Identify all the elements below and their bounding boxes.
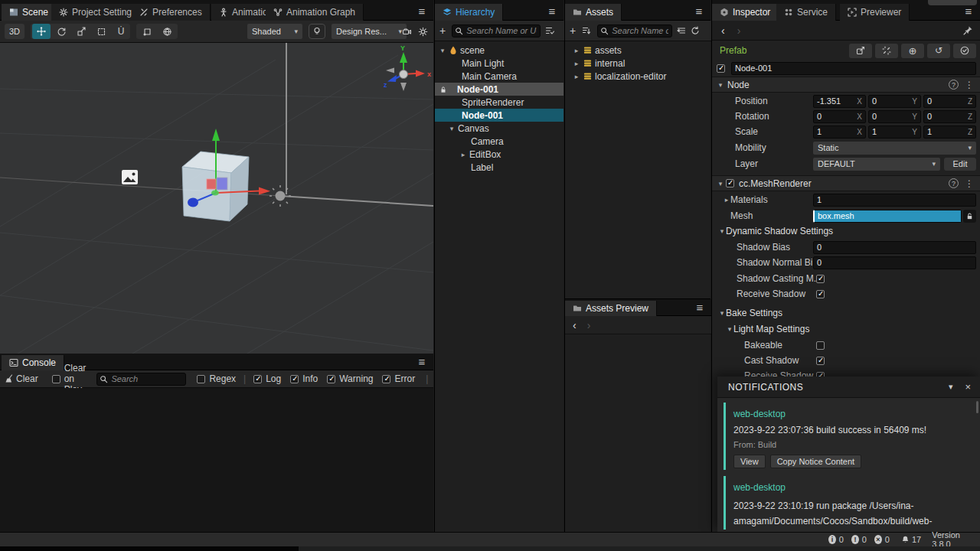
prefab-revert-button[interactable]: ↺ <box>927 44 950 58</box>
error-checkbox[interactable] <box>382 375 390 383</box>
rotate-tool-button[interactable] <box>52 24 70 39</box>
hierarchy-search-input[interactable] <box>452 24 541 37</box>
regex-checkbox[interactable] <box>197 375 205 383</box>
rotation-y-field[interactable]: 0Y <box>868 110 921 123</box>
materials-count-field[interactable]: 1 <box>813 194 976 207</box>
mobility-dropdown[interactable]: Static▾ <box>813 142 976 155</box>
node-active-checkbox[interactable] <box>717 64 725 73</box>
bell-icon[interactable] <box>902 535 909 544</box>
node-name-field[interactable]: Node-001 <box>731 62 976 75</box>
shadow-bias-field[interactable]: 0 <box>813 241 976 254</box>
tree-item-canvas[interactable]: ▾ Canvas <box>435 122 564 135</box>
preview-back-button[interactable]: ‹ <box>573 319 577 331</box>
cast-shadow-checkbox[interactable] <box>816 357 825 365</box>
sprite-gizmo-icon[interactable] <box>122 170 138 184</box>
create-node-button[interactable]: + <box>439 24 446 37</box>
tab-service[interactable]: Service <box>776 4 836 21</box>
pin-icon[interactable] <box>963 25 973 35</box>
tab-hierarchy[interactable]: Hierarchy <box>435 4 503 21</box>
meshrenderer-section-header[interactable]: ▾ cc.MeshRenderer ? ⋮ <box>712 175 980 191</box>
inspector-back-button[interactable]: ‹ <box>721 24 725 37</box>
tab-preferences[interactable]: Preferences <box>132 4 211 21</box>
layer-edit-button[interactable]: Edit <box>944 158 976 171</box>
inspector-forward-button[interactable]: › <box>737 24 741 37</box>
lighting-toggle-button[interactable] <box>309 24 325 39</box>
caret-right-icon[interactable]: ▸ <box>573 60 580 67</box>
position-x-field[interactable]: -1.351X <box>813 95 866 108</box>
caret-down-icon[interactable]: ▾ <box>448 125 456 132</box>
notifications-close-icon[interactable]: × <box>965 381 971 393</box>
asset-item-localization-editor[interactable]: ▸ localization-editor <box>565 70 710 83</box>
help-icon[interactable]: ? <box>949 178 959 188</box>
caret-right-icon[interactable]: ▸ <box>573 47 580 54</box>
node-menu-icon[interactable]: ⋮ <box>965 80 974 90</box>
rect-tool-button[interactable] <box>92 24 110 39</box>
position-y-field[interactable]: 0Y <box>868 95 921 108</box>
tree-item-node-001-selected[interactable]: Node-001 <box>435 109 564 122</box>
dynamic-shadow-settings-header[interactable]: ▾ Dynamic Shadow Settings <box>712 223 975 239</box>
caret-right-icon[interactable]: ▸ <box>723 196 730 204</box>
asset-item-internal[interactable]: ▸ internal <box>565 57 710 70</box>
tab-assets-preview[interactable]: Assets Preview <box>565 301 657 316</box>
light-map-settings-header[interactable]: ▾ Light Map Settings <box>712 321 975 337</box>
caret-right-icon[interactable]: ▸ <box>573 73 580 80</box>
warning-count-icon[interactable]: ! <box>851 535 859 544</box>
copy-notice-content-button[interactable]: Copy Notice Content <box>770 455 862 468</box>
preview-forward-button[interactable]: › <box>587 319 591 331</box>
caret-down-icon[interactable]: ▾ <box>439 47 446 54</box>
tree-item-editbox[interactable]: ▸ EditBox <box>435 148 564 161</box>
tab-scene[interactable]: Scene <box>2 4 57 21</box>
bake-settings-header[interactable]: ▾ Bake Settings <box>712 305 975 321</box>
orientation-gizmo[interactable]: Y x z <box>384 44 431 91</box>
scale-z-field[interactable]: 1Z <box>923 126 976 139</box>
scene-settings-button[interactable] <box>415 24 430 39</box>
camera-view-button[interactable] <box>399 24 414 39</box>
collapse-list-icon[interactable] <box>677 26 686 35</box>
tab-assets[interactable]: Assets <box>565 4 622 21</box>
scene-panel-menu-icon[interactable]: ≡ <box>415 4 429 19</box>
assets-menu-icon[interactable]: ≡ <box>692 4 706 19</box>
info-count-icon[interactable]: i <box>828 535 836 544</box>
tab-console[interactable]: Console <box>2 355 64 370</box>
info-checkbox[interactable] <box>290 375 299 383</box>
bakeable-checkbox[interactable] <box>816 341 825 350</box>
refresh-icon[interactable] <box>691 26 700 35</box>
clear-on-play-checkbox[interactable] <box>52 375 60 383</box>
toggle-3d-button[interactable]: 3D <box>5 24 24 39</box>
view-button[interactable]: View <box>733 455 766 468</box>
design-resolution-dropdown[interactable]: Design Res...▾ <box>332 24 407 39</box>
tree-item-scene[interactable]: ▾ scene <box>435 44 564 57</box>
create-asset-button[interactable]: + <box>570 24 576 37</box>
meshrenderer-menu-icon[interactable]: ⋮ <box>965 178 974 189</box>
tab-previewer[interactable]: Previewer <box>840 4 910 21</box>
prefab-locate-button[interactable]: ⊕ <box>901 44 924 58</box>
filter-list-icon[interactable] <box>545 26 554 35</box>
tree-item-camera[interactable]: Camera <box>435 135 564 148</box>
notifications-collapse-icon[interactable]: ▾ <box>949 382 953 392</box>
prefab-apply-button[interactable] <box>953 44 976 58</box>
move-tool-button[interactable] <box>32 24 51 39</box>
scale-tool-button[interactable] <box>72 24 90 39</box>
mesh-select-button[interactable] <box>963 210 976 223</box>
hierarchy-menu-icon[interactable]: ≡ <box>545 4 559 19</box>
assets-preview-menu-icon[interactable]: ≡ <box>693 300 707 315</box>
ui-transform-tool-button[interactable]: U̇ <box>112 24 130 39</box>
warning-checkbox[interactable] <box>327 375 335 383</box>
receive-shadow-checkbox[interactable] <box>816 290 825 298</box>
scale-y-field[interactable]: 1Y <box>868 126 921 139</box>
tab-inspector[interactable]: Inspector <box>712 4 779 21</box>
log-checkbox[interactable] <box>253 375 262 383</box>
node-section-header[interactable]: ▾ Node ? ⋮ <box>712 77 980 93</box>
tab-project-settings[interactable]: Project Settings <box>51 4 145 21</box>
help-icon[interactable]: ? <box>949 80 959 90</box>
prefab-unlink-button[interactable] <box>875 44 898 58</box>
clear-button[interactable]: Clear <box>5 373 38 384</box>
scale-x-field[interactable]: 1X <box>813 126 866 139</box>
coordinate-space-button[interactable] <box>158 24 176 39</box>
rotation-x-field[interactable]: 0X <box>813 110 866 123</box>
rotation-z-field[interactable]: 0Z <box>923 110 976 123</box>
inspector-menu-icon[interactable]: ≡ <box>962 4 975 19</box>
console-menu-icon[interactable]: ≡ <box>415 354 429 370</box>
shadow-normal-bias-field[interactable]: 0 <box>813 256 976 269</box>
prefab-edit-button[interactable] <box>849 44 872 58</box>
